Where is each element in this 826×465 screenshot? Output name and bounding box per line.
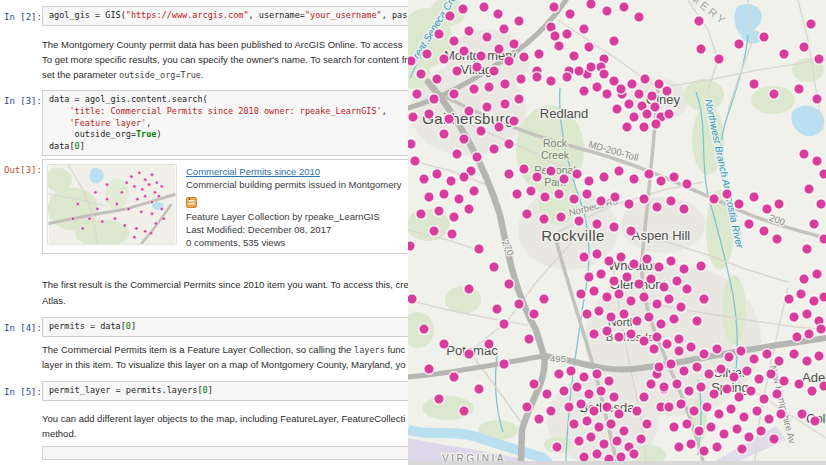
permit-dot[interactable] <box>464 284 474 294</box>
permit-dot[interactable] <box>809 296 819 306</box>
permit-dot[interactable] <box>586 432 596 442</box>
permit-dot[interactable] <box>429 94 439 104</box>
permit-dot[interactable] <box>619 2 629 12</box>
permit-dot[interactable] <box>714 54 724 64</box>
permit-dot[interactable] <box>662 339 672 349</box>
permit-dot[interactable] <box>729 372 739 382</box>
permit-dot[interactable] <box>699 349 709 359</box>
permit-dot[interactable] <box>749 354 759 364</box>
permit-dot[interactable] <box>509 39 519 49</box>
permit-dot[interactable] <box>449 212 459 222</box>
permit-dot[interactable] <box>796 289 806 299</box>
permit-dot[interactable] <box>429 226 439 236</box>
permit-dot[interactable] <box>596 386 606 396</box>
permit-dot[interactable] <box>714 409 724 419</box>
permit-dot[interactable] <box>514 299 524 309</box>
permit-dot[interactable] <box>664 294 674 304</box>
permit-dot[interactable] <box>654 362 664 372</box>
permit-dot[interactable] <box>408 56 416 66</box>
permit-dot[interactable] <box>452 149 462 159</box>
permit-dot[interactable] <box>424 192 434 202</box>
permit-dot[interactable] <box>664 402 674 412</box>
permit-dot[interactable] <box>634 12 644 22</box>
permit-dot[interactable] <box>762 204 772 214</box>
permit-dot[interactable] <box>816 324 826 334</box>
permit-dot[interactable] <box>509 116 519 126</box>
permit-dot[interactable] <box>654 262 664 272</box>
permit-dot[interactable] <box>449 89 459 99</box>
permit-dot[interactable] <box>752 406 762 416</box>
permit-dot[interactable] <box>464 26 474 36</box>
permit-dot[interactable] <box>469 186 479 196</box>
permit-dot[interactable] <box>592 82 602 92</box>
permit-dot[interactable] <box>579 252 589 262</box>
permit-dot[interactable] <box>794 84 804 94</box>
permit-dot[interactable] <box>639 122 649 132</box>
permit-dot[interactable] <box>408 139 416 149</box>
permit-dot[interactable] <box>592 219 602 229</box>
permit-dot[interactable] <box>504 56 514 66</box>
permit-dot[interactable] <box>514 16 524 26</box>
permit-dot[interactable] <box>459 46 469 56</box>
permit-dot[interactable] <box>794 379 804 389</box>
code-input-in3[interactable]: data = agol_gis.content.search( 'title: … <box>42 90 408 156</box>
permit-dot[interactable] <box>629 259 639 269</box>
permit-dot[interactable] <box>616 452 626 461</box>
permit-dot[interactable] <box>626 226 636 236</box>
permit-dot[interactable] <box>534 49 544 59</box>
permit-dot[interactable] <box>807 386 817 396</box>
permit-dot[interactable] <box>464 106 474 116</box>
permit-dot[interactable] <box>529 309 539 319</box>
permit-dot[interactable] <box>516 74 526 84</box>
code-input-in4[interactable]: permits = data[0] <box>42 317 408 337</box>
permit-dot[interactable] <box>514 94 524 104</box>
permit-dot[interactable] <box>759 32 769 42</box>
permit-dot[interactable] <box>642 419 652 429</box>
permit-dot[interactable] <box>542 389 552 399</box>
permit-dot[interactable] <box>522 209 532 219</box>
permit-dot[interactable] <box>819 169 826 179</box>
permit-dot[interactable] <box>814 54 824 64</box>
permit-dot[interactable] <box>586 62 596 72</box>
permit-dot[interactable] <box>534 414 544 424</box>
permit-dot[interactable] <box>696 382 706 392</box>
permit-dot[interactable] <box>676 399 686 409</box>
permit-dot[interactable] <box>709 194 719 204</box>
permit-dot[interactable] <box>759 394 769 404</box>
permit-dot[interactable] <box>679 366 689 376</box>
permit-dot[interactable] <box>569 51 579 61</box>
permit-dot[interactable] <box>666 196 676 206</box>
permit-dot[interactable] <box>592 369 602 379</box>
permit-dot[interactable] <box>666 256 676 266</box>
permit-dot[interactable] <box>604 256 614 266</box>
permit-dot[interactable] <box>769 89 779 99</box>
permit-dot[interactable] <box>589 329 599 339</box>
permit-dot[interactable] <box>604 376 614 386</box>
permit-dot[interactable] <box>646 274 656 284</box>
permit-dot[interactable] <box>799 42 809 52</box>
permit-dot[interactable] <box>546 76 556 86</box>
permit-dot[interactable] <box>612 436 622 446</box>
permit-dot[interactable] <box>614 332 624 342</box>
permit-dot[interactable] <box>454 194 464 204</box>
permit-dot[interactable] <box>582 189 592 199</box>
permit-dot[interactable] <box>644 312 654 322</box>
permit-dot[interactable] <box>576 289 586 299</box>
permit-dot[interactable] <box>569 419 579 429</box>
permit-dot[interactable] <box>656 176 666 186</box>
permit-dot[interactable] <box>624 199 634 209</box>
permit-dot[interactable] <box>610 192 620 202</box>
permit-dot[interactable] <box>474 384 484 394</box>
permit-dot[interactable] <box>779 49 789 59</box>
permit-dot[interactable] <box>550 31 560 41</box>
permit-dot[interactable] <box>524 334 534 344</box>
permit-dot[interactable] <box>472 62 482 72</box>
permit-dot[interactable] <box>664 109 674 119</box>
permit-dot[interactable] <box>779 376 789 386</box>
permit-dot[interactable] <box>652 202 662 212</box>
map-pane[interactable]: MontgomeryVillageGaithersburgRedlandRock… <box>408 0 826 465</box>
permit-dot[interactable] <box>445 11 455 21</box>
permit-dot[interactable] <box>576 399 586 409</box>
permit-dot[interactable] <box>696 261 706 271</box>
permit-dot[interactable] <box>592 449 602 459</box>
